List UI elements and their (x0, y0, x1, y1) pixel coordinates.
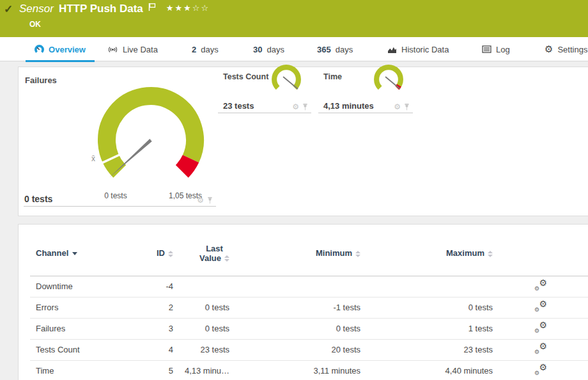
gauge-settings-gear-icon[interactable]: ⚙ (292, 103, 299, 111)
channel-last-value: 4,13 minu… (173, 360, 229, 380)
time-gauge (371, 62, 406, 97)
tab-label: Log (496, 45, 510, 54)
tab-label: Overview (49, 45, 86, 54)
broadcast-icon (107, 45, 118, 54)
sort-icon (355, 251, 360, 257)
gear-icon: ⚙ (545, 44, 553, 55)
tab-label: days (336, 45, 353, 54)
failures-gauge (90, 79, 212, 201)
area-chart-icon (387, 45, 397, 54)
table-row[interactable]: Downtime -4 ⚙⚙ (30, 276, 588, 297)
tests-count-current-value: 23 tests (223, 101, 254, 111)
tab-settings[interactable]: ⚙ Settings (545, 37, 587, 61)
channel-id: 3 (135, 318, 173, 339)
tab-label: Settings (557, 45, 587, 54)
channel-id: 4 (135, 339, 173, 360)
failures-gauge-tile[interactable]: Failures x̄ 0 tests 1,05 tests 0 tests ⚙ (24, 72, 216, 207)
channel-settings-gears-icon[interactable]: ⚙⚙ (534, 344, 547, 354)
column-header-last-value[interactable]: Last Value (173, 225, 229, 276)
column-header-id[interactable]: ID (135, 225, 173, 276)
column-header-actions (493, 225, 588, 276)
channel-minimum: -1 tests (229, 297, 360, 318)
gauge-settings-gear-icon[interactable]: ⚙ (197, 196, 204, 204)
channel-maximum: 23 tests (360, 339, 493, 360)
channel-maximum: 1 tests (360, 318, 493, 339)
tab-log[interactable]: Log (482, 37, 510, 61)
channel-settings-gears-icon[interactable]: ⚙⚙ (534, 322, 547, 333)
prtg-sensor-page: ✓ Sensor HTTP Push Data ★★★☆☆ OK Overvie… (0, 0, 588, 380)
gauge-scale-min: 0 tests (90, 191, 141, 200)
pin-icon[interactable] (207, 197, 213, 204)
sensor-status-text: OK (29, 20, 41, 29)
column-header-maximum[interactable]: Maximum (360, 225, 493, 276)
channels-table: Channel ID Last Value Minimum Maximum (30, 225, 588, 380)
status-check-icon: ✓ (4, 3, 13, 16)
sort-icon (168, 251, 173, 257)
flag-icon[interactable] (148, 3, 156, 12)
time-gauge-tile[interactable]: Time 4,13 minutes ⚙ (318, 72, 413, 113)
tab-2-days[interactable]: 2 days (192, 37, 219, 61)
overview-panel: Failures x̄ 0 tests 1,05 tests 0 tests ⚙ (18, 67, 588, 216)
channel-maximum (360, 276, 493, 297)
channel-last-value: 0 tests (173, 297, 229, 318)
channel-last-value: 23 tests (173, 339, 229, 360)
failures-current-value: 0 tests (24, 194, 52, 204)
channel-minimum (229, 276, 360, 297)
tab-label: days (201, 45, 218, 54)
sensor-header-band: ✓ Sensor HTTP Push Data ★★★☆☆ OK (0, 0, 588, 37)
tab-365-days[interactable]: 365 days (317, 37, 353, 61)
channel-id: -4 (135, 276, 173, 297)
gauge-icon (35, 45, 44, 54)
tab-live-data[interactable]: Live Data (107, 37, 158, 61)
gauge-settings-gear-icon[interactable]: ⚙ (394, 103, 401, 111)
sort-icon (224, 255, 229, 262)
sort-desc-icon (72, 252, 77, 255)
tab-number: 30 (253, 45, 262, 54)
channel-last-value: 0 tests (173, 318, 229, 339)
tab-bar: Overview Live Data 2 days 30 days 365 da… (0, 37, 588, 61)
channel-last-value (173, 276, 229, 297)
time-current-value: 4,13 minutes (323, 101, 374, 111)
tests-count-gauge-tile[interactable]: Tests Count 23 tests ⚙ (218, 72, 311, 113)
channel-minimum: 0 tests (229, 318, 360, 339)
channel-name: Downtime (30, 276, 135, 297)
log-list-icon (482, 45, 491, 53)
tab-label: Historic Data (401, 45, 449, 54)
tab-historic-data[interactable]: Historic Data (387, 37, 449, 61)
channel-minimum: 3,11 minutes (229, 360, 360, 380)
tab-overview[interactable]: Overview (26, 37, 95, 61)
channel-settings-gears-icon[interactable]: ⚙⚙ (534, 280, 547, 291)
gauge-title: Time (323, 72, 342, 81)
gauge-title: Tests Count (223, 72, 268, 81)
sort-icon (488, 251, 493, 257)
tab-30-days[interactable]: 30 days (253, 37, 284, 61)
channel-settings-gears-icon[interactable]: ⚙⚙ (534, 301, 547, 312)
channel-settings-gears-icon[interactable]: ⚙⚙ (534, 365, 547, 376)
tab-label: days (267, 45, 284, 54)
channel-name: Time (30, 360, 135, 380)
table-row[interactable]: Failures 3 0 tests 0 tests 1 tests ⚙⚙ (30, 318, 588, 339)
gauge-title: Failures (25, 75, 57, 85)
table-row[interactable]: Time 5 4,13 minu… 3,11 minutes 4,40 minu… (30, 360, 588, 380)
object-type-label: Sensor (19, 3, 54, 15)
channel-maximum: 4,40 minutes (360, 360, 493, 380)
pin-icon[interactable] (302, 104, 308, 111)
average-marker: x̄ (91, 154, 95, 163)
pin-icon[interactable] (404, 104, 410, 111)
channel-minimum: 20 tests (229, 339, 360, 360)
tab-label: Live Data (123, 45, 158, 54)
tests-count-gauge (269, 62, 304, 97)
channel-maximum: 0 tests (360, 297, 493, 318)
channel-name: Errors (30, 297, 135, 318)
column-header-minimum[interactable]: Minimum (229, 225, 360, 276)
channel-id: 5 (135, 360, 173, 380)
priority-stars[interactable]: ★★★☆☆ (166, 3, 210, 13)
table-row[interactable]: Tests Count 4 23 tests 20 tests 23 tests… (30, 339, 588, 360)
sensor-name: HTTP Push Data (59, 3, 143, 15)
column-header-channel[interactable]: Channel (30, 225, 135, 276)
channel-name: Tests Count (30, 339, 135, 360)
tab-number: 365 (317, 45, 331, 54)
channel-id: 2 (135, 297, 173, 318)
tab-number: 2 (192, 45, 196, 54)
table-row[interactable]: Errors 2 0 tests -1 tests 0 tests ⚙⚙ (30, 297, 588, 318)
